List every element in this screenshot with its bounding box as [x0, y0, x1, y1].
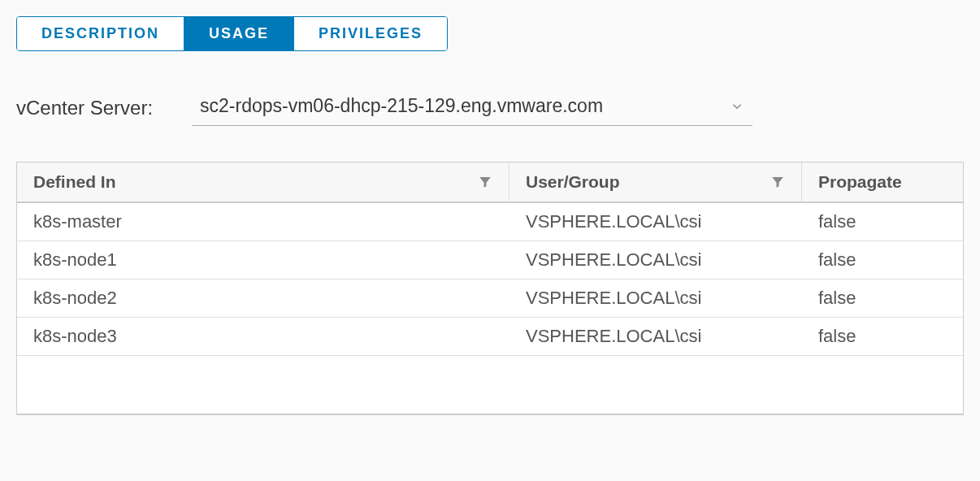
- cell-user-group: VSPHERE.LOCAL\csi: [510, 280, 802, 317]
- usage-table: Defined In User/Group Propagate k8s-mast…: [16, 162, 964, 415]
- filter-icon[interactable]: [478, 175, 492, 189]
- cell-defined-in: k8s-node2: [17, 280, 510, 317]
- table-body: k8s-masterVSPHERE.LOCAL\csifalsek8s-node…: [17, 203, 963, 414]
- vcenter-dropdown[interactable]: sc2-rdops-vm06-dhcp-215-129.eng.vmware.c…: [192, 90, 752, 126]
- cell-user-group: VSPHERE.LOCAL\csi: [510, 203, 802, 240]
- cell-defined-in: k8s-master: [17, 203, 510, 240]
- column-header-propagate[interactable]: Propagate: [802, 162, 963, 202]
- table-header: Defined In User/Group Propagate: [17, 162, 963, 203]
- column-label: Defined In: [33, 172, 116, 192]
- chevron-down-icon: [730, 99, 744, 114]
- table-row[interactable]: k8s-node2VSPHERE.LOCAL\csifalse: [17, 280, 963, 318]
- filter-icon[interactable]: [770, 175, 785, 189]
- column-header-user-group[interactable]: User/Group: [510, 162, 802, 202]
- column-label: User/Group: [526, 172, 620, 192]
- cell-propagate: false: [802, 280, 963, 317]
- tab-description[interactable]: DESCRIPTION: [17, 17, 184, 50]
- vcenter-selected-value: sc2-rdops-vm06-dhcp-215-129.eng.vmware.c…: [200, 95, 603, 117]
- cell-user-group: VSPHERE.LOCAL\csi: [510, 318, 802, 355]
- table-row[interactable]: k8s-node3VSPHERE.LOCAL\csifalse: [17, 318, 963, 356]
- table-row[interactable]: k8s-node1VSPHERE.LOCAL\csifalse: [17, 241, 963, 280]
- column-label: Propagate: [818, 172, 902, 192]
- cell-user-group: VSPHERE.LOCAL\csi: [510, 241, 802, 279]
- cell-propagate: false: [802, 241, 963, 279]
- vcenter-selector-row: vCenter Server: sc2-rdops-vm06-dhcp-215-…: [16, 90, 964, 126]
- table-row[interactable]: k8s-masterVSPHERE.LOCAL\csifalse: [17, 203, 963, 241]
- cell-propagate: false: [802, 318, 963, 355]
- tab-bar: DESCRIPTION USAGE PRIVILEGES: [16, 16, 448, 51]
- cell-propagate: false: [802, 203, 963, 240]
- cell-defined-in: k8s-node3: [17, 318, 510, 355]
- cell-defined-in: k8s-node1: [17, 241, 510, 279]
- column-header-defined-in[interactable]: Defined In: [17, 162, 510, 202]
- vcenter-label: vCenter Server:: [16, 97, 153, 119]
- tab-privileges[interactable]: PRIVILEGES: [294, 17, 447, 50]
- tab-usage[interactable]: USAGE: [184, 17, 294, 50]
